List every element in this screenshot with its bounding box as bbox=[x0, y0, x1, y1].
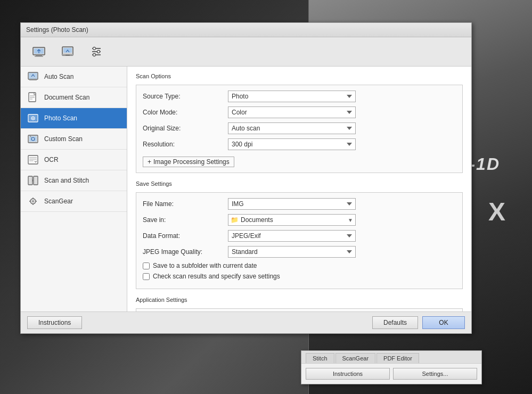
dialog-title: Settings (Photo Scan) bbox=[26, 26, 88, 34]
sidebar-label-custom-scan: Custom Scan bbox=[44, 135, 83, 143]
image-processing-row: + Image Processing Settings bbox=[143, 154, 456, 167]
app-settings-box: Open with an application: 🗂️ Windows Exp… bbox=[136, 308, 463, 311]
check-results-label[interactable]: Check scan results and specify save sett… bbox=[153, 273, 280, 280]
sidebar-item-document-scan[interactable]: Document Scan bbox=[21, 87, 127, 108]
color-mode-row: Color Mode: Color Grayscale Black and Wh… bbox=[143, 106, 456, 118]
bottom-bar: Instructions Defaults OK bbox=[21, 311, 471, 333]
svg-rect-34 bbox=[34, 176, 38, 185]
sidebar-item-scan-stitch[interactable]: Scan and Stitch bbox=[21, 170, 127, 191]
subfolder-label[interactable]: Save to a subfolder with current date bbox=[153, 262, 257, 269]
jpeg-quality-label: JPEG Image Quality: bbox=[143, 248, 228, 256]
sidebar-label-scangear: ScanGear bbox=[44, 198, 73, 205]
settings-button[interactable]: Settings... bbox=[393, 368, 477, 380]
save-settings-box: File Name: IMG Scan Photo Save in: bbox=[136, 192, 463, 289]
data-format-label: Data Format: bbox=[143, 232, 228, 240]
svg-rect-33 bbox=[28, 176, 32, 185]
photo-scan-icon bbox=[27, 112, 39, 124]
subfolder-checkbox-row: Save to a subfolder with current date bbox=[143, 262, 456, 269]
resolution-select[interactable]: 75 dpi 150 dpi 300 dpi 600 dpi bbox=[228, 138, 356, 150]
color-mode-select[interactable]: Color Grayscale Black and White bbox=[228, 106, 356, 118]
dialog-titlebar: Settings (Photo Scan) bbox=[21, 23, 471, 37]
save-in-control: 📁 Documents ▼ bbox=[228, 214, 356, 226]
content-area: Auto Scan Document Scan bbox=[21, 67, 471, 311]
jpeg-quality-select[interactable]: Standard Low Medium High bbox=[228, 246, 356, 258]
second-window-buttons: Instructions Settings... bbox=[301, 364, 481, 384]
sidebar-item-custom-scan[interactable]: Custom Scan bbox=[21, 129, 127, 150]
svg-rect-29 bbox=[28, 155, 38, 164]
second-window: Stitch ScanGear PDF Editor Instructions … bbox=[301, 350, 482, 384]
tab-scangear[interactable]: ScanGear bbox=[335, 353, 376, 363]
scroll-area[interactable]: Scan Options Source Type: Photo Flatbed … bbox=[127, 67, 471, 311]
resolution-row: Resolution: 75 dpi 150 dpi 300 dpi 600 d… bbox=[143, 138, 456, 150]
sidebar-item-ocr[interactable]: OCR bbox=[21, 150, 127, 170]
svg-rect-8 bbox=[66, 55, 70, 55]
original-size-row: Original Size: Auto scan A4 Letter bbox=[143, 122, 456, 134]
scangear-icon bbox=[27, 195, 39, 207]
dialog-body: Auto Scan Document Scan bbox=[21, 37, 471, 333]
save-in-value: Documents bbox=[241, 216, 273, 224]
sidebar-item-scangear[interactable]: ScanGear bbox=[21, 191, 127, 212]
scan-options-box: Source Type: Photo Flatbed Document Colo… bbox=[136, 85, 463, 173]
ocr-icon bbox=[27, 154, 39, 166]
svg-rect-2 bbox=[35, 56, 43, 57]
check-results-checkbox[interactable] bbox=[143, 273, 150, 280]
toolbar-btn-scan-panel[interactable] bbox=[54, 39, 81, 64]
tab-pdf-editor[interactable]: PDF Editor bbox=[377, 353, 419, 363]
original-size-select[interactable]: Auto scan A4 Letter bbox=[228, 122, 356, 134]
app-settings-title: Application Settings bbox=[136, 297, 463, 303]
expand-plus: + bbox=[148, 158, 151, 166]
data-format-control: JPEG/Exif TIFF PNG PDF bbox=[228, 230, 356, 242]
save-in-select[interactable]: 📁 Documents ▼ bbox=[228, 214, 356, 226]
sidebar-item-photo-scan[interactable]: Photo Scan bbox=[21, 108, 127, 129]
main-dialog: Settings (Photo Scan) bbox=[20, 22, 472, 334]
data-format-select[interactable]: JPEG/Exif TIFF PNG PDF bbox=[228, 230, 356, 242]
file-name-control: IMG Scan Photo bbox=[228, 198, 356, 210]
defaults-button[interactable]: Defaults bbox=[372, 316, 418, 329]
scan-pc-icon bbox=[31, 44, 46, 59]
image-processing-btn[interactable]: + Image Processing Settings bbox=[143, 157, 234, 167]
svg-rect-16 bbox=[29, 73, 37, 79]
source-type-select[interactable]: Photo Flatbed Document bbox=[228, 91, 356, 102]
save-settings-title: Save Settings bbox=[136, 180, 463, 187]
folder-icon: 📁 bbox=[231, 216, 239, 224]
scan-panel-icon bbox=[60, 44, 75, 59]
sidebar-label-auto-scan: Auto Scan bbox=[44, 73, 73, 80]
second-instructions-button[interactable]: Instructions bbox=[306, 368, 390, 380]
image-processing-label: Image Processing Settings bbox=[153, 158, 230, 166]
toolbar-btn-general-settings[interactable] bbox=[83, 39, 110, 64]
svg-point-13 bbox=[97, 51, 100, 53]
svg-rect-1 bbox=[36, 55, 42, 56]
color-mode-label: Color Mode: bbox=[143, 109, 228, 116]
color-mode-control: Color Grayscale Black and White bbox=[228, 106, 356, 118]
source-type-row: Source Type: Photo Flatbed Document bbox=[143, 91, 456, 102]
source-type-control: Photo Flatbed Document bbox=[228, 91, 356, 102]
file-name-label: File Name: bbox=[143, 200, 228, 208]
data-format-row: Data Format: JPEG/Exif TIFF PNG PDF bbox=[143, 230, 456, 242]
resolution-control: 75 dpi 150 dpi 300 dpi 600 dpi bbox=[228, 138, 356, 150]
sidebar-label-ocr: OCR bbox=[44, 156, 59, 163]
sidebar-label-photo-scan: Photo Scan bbox=[44, 114, 77, 122]
general-settings-icon bbox=[89, 44, 104, 59]
sidebar-label-document-scan: Document Scan bbox=[44, 94, 89, 101]
file-name-select[interactable]: IMG Scan Photo bbox=[228, 198, 356, 210]
original-size-label: Original Size: bbox=[143, 125, 228, 132]
subfolder-checkbox[interactable] bbox=[143, 262, 150, 269]
toolbar-btn-scan-pc[interactable] bbox=[25, 39, 53, 64]
svg-point-12 bbox=[93, 47, 96, 50]
toolbar bbox=[21, 37, 471, 67]
jpeg-quality-row: JPEG Image Quality: Standard Low Medium … bbox=[143, 246, 456, 258]
ok-button[interactable]: OK bbox=[422, 316, 465, 329]
file-name-row: File Name: IMG Scan Photo bbox=[143, 198, 456, 210]
sidebar-item-auto-scan[interactable]: Auto Scan bbox=[21, 67, 127, 87]
instructions-button[interactable]: Instructions bbox=[27, 316, 82, 329]
save-in-dropdown-arrow: ▼ bbox=[348, 217, 353, 223]
tab-stitch[interactable]: Stitch bbox=[306, 353, 334, 363]
x-label: X bbox=[488, 197, 505, 226]
jpeg-quality-control: Standard Low Medium High bbox=[228, 246, 356, 258]
save-in-row: Save in: 📁 Documents ▼ bbox=[143, 214, 456, 226]
document-scan-icon bbox=[27, 92, 39, 103]
svg-point-14 bbox=[93, 54, 96, 56]
scan-options-title: Scan Options bbox=[136, 73, 463, 79]
resolution-label: Resolution: bbox=[143, 141, 228, 148]
sidebar-label-scan-stitch: Scan and Stitch bbox=[44, 177, 89, 184]
